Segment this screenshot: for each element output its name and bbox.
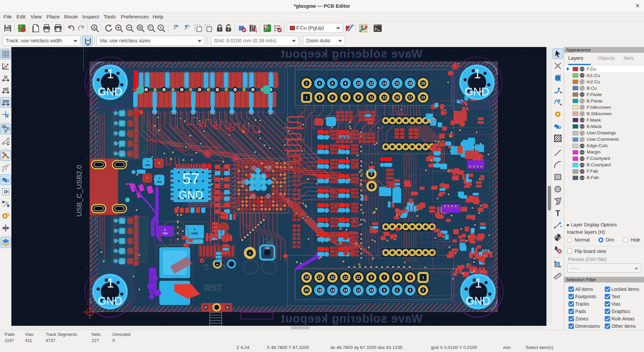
svg-text:+5V: +5V xyxy=(162,232,168,235)
svg-text:6: 6 xyxy=(396,288,398,292)
svg-text:2: 2 xyxy=(306,81,308,85)
svg-text:GND: GND xyxy=(145,164,150,166)
svg-text:14: 14 xyxy=(382,81,386,85)
svg-text:20: 20 xyxy=(421,81,425,85)
svg-text:GND: GND xyxy=(466,295,490,307)
svg-text:θ: θ xyxy=(5,66,7,69)
svg-text:4: 4 xyxy=(319,81,321,85)
svg-text:1: 1 xyxy=(147,176,148,179)
svg-text:1: 1 xyxy=(475,276,482,290)
svg-text:9: 9 xyxy=(357,95,359,99)
svg-text:1: 1 xyxy=(107,276,114,290)
svg-text:NR: NR xyxy=(216,264,219,266)
svg-text:3: 3 xyxy=(319,95,321,99)
svg-text:8: 8 xyxy=(344,81,346,85)
svg-text:Wave soldering keepout: Wave soldering keepout xyxy=(280,47,422,60)
svg-text:13: 13 xyxy=(382,95,386,99)
svg-text:GND: GND xyxy=(98,295,122,307)
svg-text:T: T xyxy=(555,209,560,218)
svg-text:3: 3 xyxy=(158,162,160,165)
svg-text:2: 2 xyxy=(371,184,373,188)
svg-text:11: 11 xyxy=(369,95,373,99)
svg-text:20: 20 xyxy=(305,288,309,292)
svg-text:7: 7 xyxy=(383,275,385,279)
svg-text:A: A xyxy=(93,26,96,30)
svg-text:16: 16 xyxy=(330,288,334,292)
svg-text:15: 15 xyxy=(395,95,399,99)
svg-text:GND: GND xyxy=(265,247,270,249)
svg-text:18: 18 xyxy=(318,288,322,292)
svg-text:8: 8 xyxy=(383,288,385,292)
svg-text:GND: GND xyxy=(465,85,489,98)
svg-text:2: 2 xyxy=(422,288,424,292)
svg-text:2: 2 xyxy=(194,228,195,231)
svg-text:GND: GND xyxy=(157,181,162,183)
svg-text:18: 18 xyxy=(408,81,412,85)
svg-text:GND: GND xyxy=(191,232,198,235)
svg-text:10: 10 xyxy=(357,81,361,85)
svg-text:1: 1 xyxy=(306,95,308,99)
svg-text:4: 4 xyxy=(409,288,411,292)
svg-text:1: 1 xyxy=(107,67,114,81)
svg-text:in: in xyxy=(4,75,7,79)
svg-text:10: 10 xyxy=(369,288,373,292)
svg-text:5: 5 xyxy=(331,95,333,99)
svg-text:17: 17 xyxy=(318,275,322,279)
svg-text:Wave soldering keepout: Wave soldering keepout xyxy=(280,312,422,325)
svg-text:L2: L2 xyxy=(221,264,226,270)
svg-text:3: 3 xyxy=(409,275,411,279)
svg-text:19: 19 xyxy=(421,95,425,99)
svg-text:1: 1 xyxy=(474,67,481,81)
svg-text:L3: L3 xyxy=(203,264,209,270)
svg-text:1: 1 xyxy=(164,228,166,231)
svg-text:mil: mil xyxy=(3,87,8,91)
svg-text:13: 13 xyxy=(343,275,347,279)
svg-text:19: 19 xyxy=(305,275,309,279)
svg-text:11: 11 xyxy=(357,275,360,279)
svg-text:1: 1 xyxy=(422,275,424,279)
svg-text:2: 2 xyxy=(159,177,160,180)
svg-text:9: 9 xyxy=(370,275,372,279)
svg-text:3: 3 xyxy=(370,172,372,176)
svg-text:r: r xyxy=(4,62,5,66)
svg-text:4: 4 xyxy=(147,160,149,163)
svg-text:USB_C_USB2.0: USB_C_USB2.0 xyxy=(75,165,83,217)
svg-text:2: 2 xyxy=(249,252,251,255)
svg-text:RST: RST xyxy=(205,283,222,293)
svg-text:abc: abc xyxy=(6,163,10,167)
svg-text:12: 12 xyxy=(357,288,361,292)
svg-text:7: 7 xyxy=(344,95,346,99)
svg-text:6: 6 xyxy=(331,81,333,85)
svg-text:GND: GND xyxy=(98,85,122,98)
svg-text:17: 17 xyxy=(408,95,412,99)
svg-text:15: 15 xyxy=(330,275,334,279)
svg-text:12: 12 xyxy=(369,81,373,85)
svg-text:16: 16 xyxy=(395,81,399,85)
svg-text:5: 5 xyxy=(396,275,398,279)
svg-text:mm: mm xyxy=(2,99,9,103)
svg-text:14: 14 xyxy=(343,288,347,292)
